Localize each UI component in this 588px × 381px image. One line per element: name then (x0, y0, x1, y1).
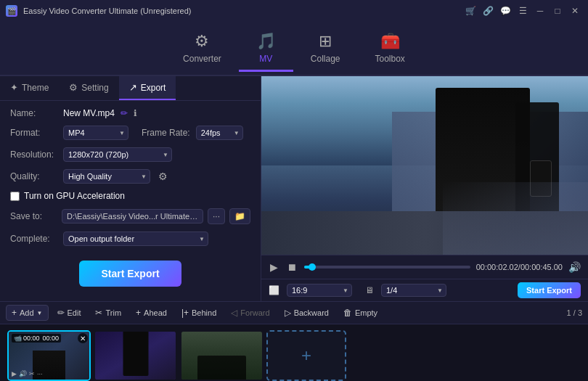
name-value: New MV.mp4 (63, 108, 115, 118)
complete-label: Complete: (10, 234, 57, 244)
nav-collage-label: Collage (311, 54, 340, 64)
forward-icon: ◁ (231, 308, 237, 318)
gpu-row[interactable]: Turn on GPU Acceleration (10, 191, 250, 201)
minimize-icon[interactable]: ─ (533, 4, 547, 18)
app-icon: 🎬 (6, 5, 17, 17)
ratio-select[interactable]: 16:9 4:3 1:1 9:16 (287, 284, 352, 297)
nav-converter[interactable]: ⚙ Converter (166, 26, 239, 72)
track-select[interactable]: 1/4 2/4 3/4 4/4 (381, 284, 446, 297)
format-select[interactable]: MP4 AVI MOV MKV (63, 126, 128, 140)
resolution-row: Resolution: 1280x720 (720p) 1920x1080 (1… (10, 147, 250, 162)
clip-1-controls: ▶ 🔊 ✂ ··· (12, 370, 43, 377)
name-info-icon[interactable]: ℹ (134, 108, 137, 118)
empty-button[interactable]: 🗑 Empty (338, 305, 383, 321)
saveto-more-btn[interactable]: ··· (208, 208, 225, 224)
clip-sound-icon: 🔊 (19, 370, 27, 377)
complete-select[interactable]: Open output folder Do nothing Shut down (63, 232, 208, 246)
complete-row: Complete: Open output folder Do nothing … (10, 232, 250, 246)
gpu-checkbox[interactable] (10, 192, 20, 201)
ahead-label: Ahead (144, 308, 167, 317)
stop-button[interactable]: ⏹ (285, 260, 298, 274)
play-button[interactable]: ▶ (269, 260, 279, 274)
clip-3[interactable] (180, 330, 264, 381)
behind-label: Behind (192, 308, 216, 317)
empty-icon: 🗑 (343, 308, 352, 318)
video-preview (261, 76, 588, 255)
track-icon: 🖥 (365, 285, 374, 295)
edit-icon: ✏ (57, 308, 65, 318)
trim-button[interactable]: ✂ Trim (89, 305, 127, 321)
clip-2-thumbnail (95, 332, 176, 380)
quality-select-wrapper[interactable]: High Quality Medium Quality Low Quality (63, 169, 150, 184)
forward-button[interactable]: ◁ Forward (225, 305, 275, 321)
format-row: Format: MP4 AVI MOV MKV Frame Rate: 24fp… (10, 126, 250, 140)
title-bar: 🎬 Eassiy Video Converter Ultimate (Unreg… (0, 0, 588, 22)
converter-icon: ⚙ (195, 32, 209, 51)
name-label: Name: (10, 108, 57, 118)
progress-bar[interactable] (304, 266, 470, 269)
add-button[interactable]: + Add ▼ (6, 305, 49, 321)
empty-label: Empty (355, 308, 377, 317)
gpu-label: Turn on GPU Acceleration (24, 191, 125, 201)
backward-button[interactable]: ▷ Backward (279, 305, 335, 321)
saveto-row: Save to: D:\Eassiy\Eassiy Video...r Ulti… (10, 208, 250, 224)
add-clip-icon: + (301, 345, 311, 366)
menu-icon[interactable]: ☰ (515, 4, 530, 18)
left-panel: ✦ Theme ⚙ Setting ↗ Export Name: New MV.… (0, 76, 261, 301)
nav-mv[interactable]: 🎵 MV (239, 26, 293, 72)
link-icon[interactable]: 🔗 (481, 4, 495, 18)
start-export-secondary-button[interactable]: Start Export (518, 282, 581, 298)
tab-theme[interactable]: ✦ Theme (0, 76, 59, 100)
tab-bar: ✦ Theme ⚙ Setting ↗ Export (0, 76, 261, 101)
backward-icon: ▷ (285, 308, 291, 318)
nav-converter-label: Converter (183, 54, 221, 64)
maximize-icon[interactable]: □ (550, 4, 565, 18)
framerate-select-wrapper[interactable]: 24fps 25fps 30fps 60fps (196, 126, 243, 140)
player-controls: ▶ ⏹ 00:00:02.02/00:00:45.00 🔊 (261, 255, 588, 279)
add-clip-placeholder[interactable]: + (266, 330, 346, 381)
ahead-button[interactable]: + Ahead (130, 305, 173, 321)
ratio-select-wrapper[interactable]: 16:9 4:3 1:1 9:16 (287, 284, 352, 297)
ratio-icon: ⬜ (269, 285, 279, 295)
volume-icon[interactable]: 🔊 (568, 261, 581, 273)
edit-button[interactable]: ✏ Edit (52, 305, 87, 321)
nav-collage[interactable]: ⊞ Collage (293, 26, 358, 72)
saveto-folder-btn[interactable]: 📁 (229, 208, 250, 224)
quality-gear-icon[interactable]: ⚙ (156, 171, 170, 182)
clip-play-icon: ▶ (12, 370, 17, 377)
framerate-label: Frame Rate: (142, 128, 190, 138)
resolution-select[interactable]: 1280x720 (720p) 1920x1080 (1080p) 3840x2… (63, 147, 172, 162)
right-panel: ▶ ⏹ 00:00:02.02/00:00:45.00 🔊 ⬜ 16:9 4:3… (261, 76, 588, 301)
add-icon: + (12, 308, 17, 318)
secondary-controls: ⬜ 16:9 4:3 1:1 9:16 🖥 1/4 2/4 3/4 4/4 St… (261, 279, 588, 301)
progress-thumb (309, 263, 316, 271)
close-icon[interactable]: ✕ (568, 4, 582, 18)
resolution-label: Resolution: (10, 149, 57, 160)
quality-select[interactable]: High Quality Medium Quality Low Quality (63, 169, 150, 184)
nav-toolbox[interactable]: 🧰 Toolbox (358, 26, 422, 72)
clip-1-close-button[interactable]: ✕ (78, 333, 88, 343)
clip-cut-icon: ✂ (29, 370, 35, 377)
name-edit-icon[interactable]: ✏ (121, 108, 128, 118)
tab-setting[interactable]: ⚙ Setting (59, 76, 118, 100)
chat-icon[interactable]: 💬 (498, 4, 513, 18)
clip-2[interactable] (94, 330, 177, 381)
behind-button[interactable]: |+ Behind (176, 305, 222, 321)
resolution-select-wrapper[interactable]: 1280x720 (720p) 1920x1080 (1080p) 3840x2… (63, 147, 172, 162)
complete-select-wrapper[interactable]: Open output folder Do nothing Shut down (63, 232, 208, 246)
format-select-wrapper[interactable]: MP4 AVI MOV MKV (63, 126, 128, 140)
saveto-path: D:\Eassiy\Eassiy Video...r Ultimate\MV E… (62, 209, 203, 224)
nav-toolbox-label: Toolbox (375, 54, 405, 64)
clip-1[interactable]: 📹00:00 00:00 ✕ ▶ 🔊 ✂ ··· (7, 330, 91, 381)
start-export-main-button[interactable]: Start Export (79, 261, 181, 287)
framerate-select[interactable]: 24fps 25fps 30fps 60fps (196, 126, 243, 140)
top-nav: ⚙ Converter 🎵 MV ⊞ Collage 🧰 Toolbox (0, 22, 588, 76)
track-select-wrapper[interactable]: 1/4 2/4 3/4 4/4 (381, 284, 446, 297)
timeline-area: + Add ▼ ✏ Edit ✂ Trim + Ahead |+ Behind … (0, 301, 588, 381)
scene-background (261, 76, 588, 255)
window-controls[interactable]: 🛒 🔗 💬 ☰ ─ □ ✕ (463, 4, 582, 18)
backward-label: Backward (294, 308, 329, 317)
cart-icon[interactable]: 🛒 (463, 4, 478, 18)
tab-export[interactable]: ↗ Export (119, 76, 176, 100)
nav-mv-label: MV (259, 54, 272, 64)
